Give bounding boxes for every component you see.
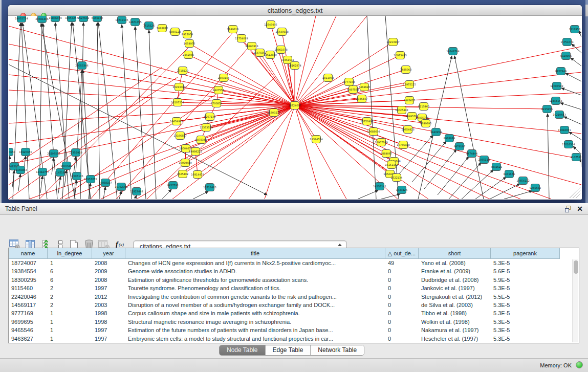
table-cell[interactable]: Investigating the contribution of common… — [125, 293, 385, 301]
table-cell[interactable]: 14569117 — [9, 301, 48, 309]
graph-node[interactable]: 9474444 — [466, 150, 477, 158]
graph-node[interactable]: 15806479 — [49, 16, 61, 22]
table-cell[interactable]: Yano et al. (2008) — [419, 259, 491, 267]
table-row[interactable]: 1456911722003Disruption of a novel membe… — [9, 301, 579, 309]
table-cell[interactable]: 1997 — [92, 284, 125, 292]
table-row[interactable]: 2242004622012Investigating the contribut… — [9, 293, 579, 301]
table-cell[interactable]: 6 — [48, 267, 92, 275]
graph-node[interactable]: 7832621 — [491, 163, 502, 171]
graph-node[interactable]: 16210643 — [553, 111, 565, 119]
graph-node[interactable]: 6497568 — [347, 86, 359, 94]
table-cell[interactable]: 2009 — [92, 267, 125, 275]
graph-node[interactable]: 10719195 — [115, 16, 128, 24]
table-cell[interactable]: 0 — [385, 267, 419, 275]
column-header-short[interactable]: short — [419, 248, 491, 259]
table-cell[interactable]: 6 — [48, 276, 92, 284]
table-cell[interactable]: 49 — [385, 259, 419, 267]
table-cell[interactable]: 1 — [48, 335, 92, 343]
graph-node[interactable]: 18107554 — [171, 99, 184, 106]
table-cell[interactable]: Estimation of significance thresholds fo… — [125, 276, 385, 284]
graph-node[interactable]: 8215955 — [541, 105, 553, 113]
graph-node[interactable]: 15920655 — [19, 148, 32, 156]
table-row[interactable]: 946362711997Embryonic stem cells: a mode… — [9, 335, 579, 343]
table-cell[interactable]: 2 — [48, 301, 92, 309]
graph-node[interactable]: 25260650 — [9, 148, 15, 156]
table-cell[interactable]: Disruption of a novel member of a sodium… — [125, 301, 385, 309]
table-cell[interactable]: 9115460 — [9, 284, 48, 292]
table-cell[interactable]: 0 — [385, 309, 419, 317]
graph-node[interactable]: 16640918 — [275, 28, 288, 36]
graph-node[interactable]: 2935114 — [478, 156, 490, 164]
table-cell[interactable]: Genome-wide association studies in ADHD. — [125, 267, 385, 275]
graph-node[interactable]: 17016504 — [562, 141, 575, 148]
table-cell[interactable]: 0 — [385, 276, 419, 284]
table-cell[interactable]: 0 — [385, 284, 419, 292]
table-row[interactable]: 1830029562008Estimation of significance … — [9, 276, 579, 284]
graph-node[interactable]: 16782759 — [115, 183, 127, 191]
graph-node[interactable]: 9245652 — [530, 184, 541, 192]
table-cell[interactable]: Jankovic et al. (1997) — [419, 284, 491, 292]
graph-node[interactable]: 9115460 — [418, 103, 429, 111]
graph-node[interactable]: 9227349 — [555, 68, 567, 75]
graph-node[interactable]: 14055724 — [15, 16, 28, 23]
graph-node[interactable]: 8471676 — [504, 170, 515, 178]
table-cell[interactable]: Changes of HCN gene expression and I(f) … — [125, 259, 385, 267]
graph-node[interactable]: 15992971 — [558, 126, 571, 134]
tab-network-table[interactable]: Network Table — [311, 345, 364, 355]
graph-node[interactable]: 16648784 — [446, 48, 459, 55]
graph-node[interactable]: 12342757 — [36, 168, 49, 176]
table-cell[interactable]: Hescheler et al. (1997) — [419, 335, 491, 343]
table-cell[interactable]: 5.3E-5 — [491, 318, 560, 326]
graph-node[interactable]: 7615526 — [143, 22, 155, 30]
graph-node[interactable]: 7625402 — [177, 170, 188, 178]
graph-node[interactable]: 7485063 — [400, 66, 411, 74]
network-canvas[interactable]: 1405572420691406158064791065325715276026… — [9, 16, 581, 199]
graph-node[interactable]: 13166857 — [173, 132, 186, 140]
column-header-title[interactable]: title — [125, 248, 385, 259]
table-cell[interactable]: 5.3E-5 — [491, 259, 560, 267]
table-cell[interactable]: 18300295 — [9, 276, 48, 284]
graph-node[interactable]: 9699695 — [420, 120, 431, 127]
table-cell[interactable]: Tibbo et al. (1998) — [419, 309, 491, 317]
table-cell[interactable]: 2008 — [92, 259, 125, 267]
graph-node[interactable]: 2442046 — [183, 51, 194, 59]
graph-node[interactable]: 1733426 — [396, 186, 407, 194]
table-row[interactable]: 1938455462009Genome-wide association stu… — [9, 267, 579, 275]
table-row[interactable]: 946554611997Estimation of the future num… — [9, 326, 579, 334]
graph-node[interactable]: 12975115 — [403, 81, 416, 89]
column-header-year[interactable]: year — [92, 248, 125, 259]
float-panel-icon[interactable] — [565, 206, 572, 212]
graph-node[interactable]: 16099489 — [179, 159, 191, 167]
table-cell[interactable]: 1 — [48, 318, 92, 326]
graph-node[interactable]: 8878344 — [195, 136, 207, 144]
table-cell[interactable]: Franke et al. (2009) — [419, 267, 491, 275]
graph-node[interactable]: 9860128 — [169, 28, 181, 36]
graph-node[interactable]: 6479197 — [454, 143, 465, 150]
table-row[interactable]: 911546021997Tourette syndrome. Phenomeno… — [9, 284, 579, 292]
graph-node[interactable]: 2803144 — [218, 74, 229, 82]
table-cell[interactable]: 5.3E-5 — [491, 301, 560, 309]
table-cell[interactable]: 1998 — [92, 318, 125, 326]
graph-node[interactable]: 1112953 — [569, 26, 580, 33]
graph-node[interactable]: 1654976 — [184, 40, 195, 48]
table-cell[interactable]: 0 — [385, 293, 419, 301]
graph-node[interactable]: 14671355 — [128, 18, 141, 26]
graph-node[interactable]: 2522134 — [391, 174, 402, 182]
table-cell[interactable]: 2012 — [92, 293, 125, 301]
graph-node[interactable]: 1440954 — [430, 128, 442, 136]
graph-node[interactable]: 9777169 — [343, 78, 355, 86]
table-cell[interactable]: 9465546 — [9, 326, 48, 334]
graph-node[interactable]: 10958107 — [99, 179, 112, 187]
table-cell[interactable]: 9463627 — [9, 335, 48, 343]
table-row[interactable]: 969969511998Structural magnetic resonanc… — [9, 318, 579, 326]
table-scrollbar[interactable] — [572, 259, 578, 342]
graph-node[interactable]: 8267130 — [204, 113, 215, 121]
table-cell[interactable]: 5.3E-5 — [491, 335, 560, 343]
column-header-name[interactable]: name — [9, 248, 48, 259]
graph-node[interactable]: 10653257 — [65, 16, 78, 22]
graph-node[interactable]: 12505135 — [70, 172, 83, 180]
graph-node[interactable]: 9457791 — [167, 182, 179, 189]
tab-node-table[interactable]: Node Table — [220, 345, 266, 355]
table-cell[interactable]: 5.6E-5 — [491, 267, 560, 275]
table-cell[interactable]: de Silva et al. (2003) — [419, 301, 491, 309]
